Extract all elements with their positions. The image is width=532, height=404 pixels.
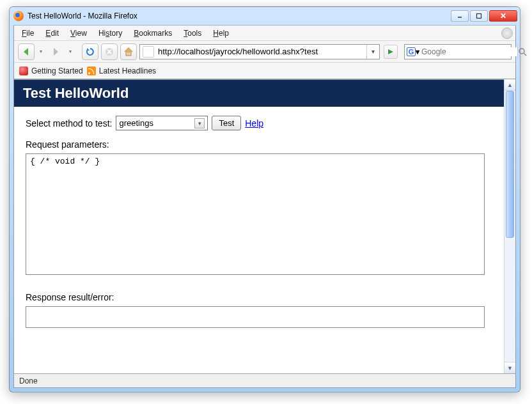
search-engine-icon[interactable]: G▾: [407, 46, 419, 58]
throbber-icon: [501, 27, 513, 39]
firefox-window: Test HelloWorld - Mozilla Firefox ✕ File…: [9, 6, 520, 392]
nav-toolbar: ▾ ▾ ▾ G▾: [14, 41, 515, 63]
method-select[interactable]: greetings ▾: [116, 116, 208, 130]
rss-icon: [87, 66, 96, 75]
menu-edit[interactable]: Edit: [40, 27, 64, 40]
bookmark-latest-headlines[interactable]: Latest Headlines: [87, 66, 156, 75]
chevron-down-icon: ▾: [194, 118, 205, 128]
response-textarea[interactable]: [26, 306, 485, 328]
response-label: Response result/error:: [26, 292, 492, 302]
menu-bar: File Edit View History Bookmarks Tools H…: [14, 26, 515, 41]
bookmarks-toolbar: Getting Started Latest Headlines: [14, 63, 515, 79]
minimize-button[interactable]: [451, 10, 469, 22]
status-bar: Done: [14, 373, 515, 387]
svg-rect-5: [126, 52, 131, 56]
svg-line-7: [524, 53, 526, 56]
content-area: Test HelloWorld Select method to test: g…: [14, 79, 515, 373]
vertical-scrollbar[interactable]: ▲ ▼: [504, 79, 515, 373]
scroll-thumb[interactable]: [506, 91, 514, 238]
svg-rect-1: [477, 14, 481, 19]
bookmark-label: Getting Started: [31, 66, 83, 75]
bookmark-getting-started[interactable]: Getting Started: [19, 66, 83, 75]
scroll-down-button[interactable]: ▼: [505, 362, 515, 373]
method-select-value: greetings: [119, 118, 153, 128]
maximize-button[interactable]: [470, 10, 488, 22]
back-button[interactable]: [18, 43, 35, 60]
menu-view[interactable]: View: [65, 27, 92, 40]
status-text: Done: [19, 377, 38, 385]
close-button[interactable]: ✕: [489, 10, 517, 22]
go-button[interactable]: [384, 45, 398, 59]
help-link[interactable]: Help: [245, 118, 263, 128]
menu-help[interactable]: Help: [208, 27, 234, 40]
page-icon: [143, 46, 154, 58]
url-input[interactable]: [157, 45, 366, 58]
select-method-label: Select method to test:: [26, 118, 112, 128]
page-heading: Test HelloWorld: [14, 79, 504, 107]
window-title: Test HelloWorld - Mozilla Firefox: [27, 12, 451, 20]
menu-history[interactable]: History: [93, 27, 127, 40]
search-input[interactable]: [421, 47, 517, 56]
url-bar: ▾: [139, 44, 380, 59]
menu-file[interactable]: File: [17, 27, 39, 40]
url-history-dropdown[interactable]: ▾: [366, 45, 379, 59]
browser-chrome: File Edit View History Bookmarks Tools H…: [13, 25, 516, 388]
menu-bookmarks[interactable]: Bookmarks: [129, 27, 177, 40]
bookmark-label: Latest Headlines: [99, 66, 156, 75]
home-button[interactable]: [120, 43, 137, 60]
titlebar: Test HelloWorld - Mozilla Firefox ✕: [10, 7, 520, 25]
firefox-icon: [13, 11, 24, 21]
request-params-label: Request parameters:: [26, 139, 492, 150]
test-button[interactable]: Test: [212, 116, 241, 130]
request-params-textarea[interactable]: [26, 153, 485, 275]
scroll-up-button[interactable]: ▲: [505, 79, 515, 91]
forward-history-dropdown[interactable]: ▾: [66, 43, 74, 60]
bookmark-icon: [19, 66, 28, 75]
window-controls: ✕: [451, 10, 517, 22]
page-body: Select method to test: greetings ▾ Test …: [14, 107, 504, 339]
forward-button[interactable]: [47, 43, 64, 60]
search-bar: G▾: [404, 44, 512, 59]
svg-point-6: [519, 49, 524, 54]
search-go-button[interactable]: [517, 45, 527, 59]
menu-tools[interactable]: Tools: [178, 27, 207, 40]
reload-button[interactable]: [82, 43, 98, 60]
back-history-dropdown[interactable]: ▾: [37, 43, 45, 60]
page-viewport: Test HelloWorld Select method to test: g…: [14, 79, 504, 373]
stop-button[interactable]: [101, 43, 118, 60]
